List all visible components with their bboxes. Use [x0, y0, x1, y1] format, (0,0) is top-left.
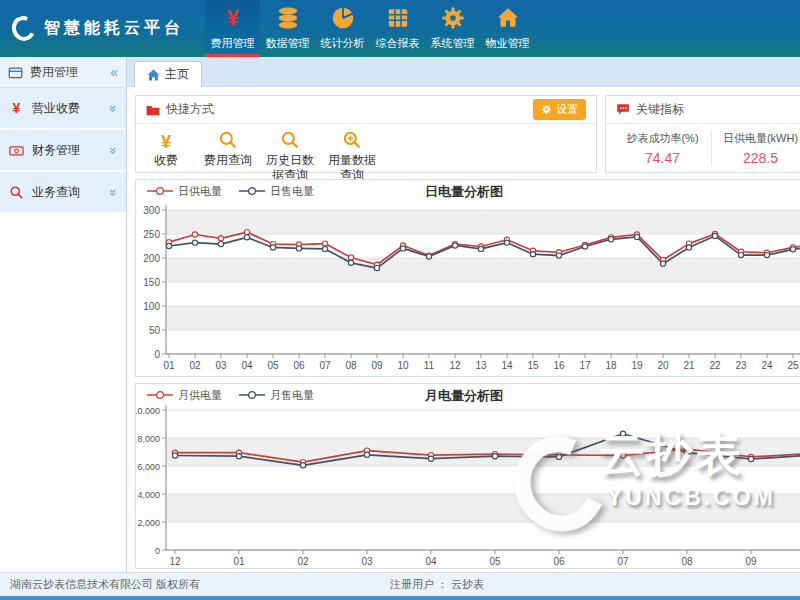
svg-text:100: 100: [143, 301, 160, 312]
svg-text:19: 19: [631, 360, 643, 371]
copyright-text: 湖南云抄表信息技术有限公司 版权所有: [10, 577, 200, 592]
svg-text:16: 16: [553, 360, 565, 371]
svg-text:07: 07: [319, 360, 331, 371]
metric-daily-supply: 日供电量(kWH) 228.5: [712, 131, 800, 166]
svg-text:8,000: 8,000: [137, 434, 160, 444]
settings-button[interactable]: 设置: [533, 99, 586, 120]
quick-item-fee-query[interactable]: 费用查询: [202, 129, 254, 183]
svg-text:13: 13: [475, 360, 487, 371]
svg-text:50: 50: [149, 325, 161, 336]
indicators-panel-header: 关键指标: [606, 96, 800, 124]
svg-text:02: 02: [189, 360, 201, 371]
svg-text:12: 12: [169, 556, 181, 567]
monthly-chart-plot: 02,0004,0006,0008,00010,0001201020304050…: [136, 402, 800, 568]
gear-icon: [440, 3, 466, 33]
svg-text:17: 17: [579, 360, 591, 371]
legend-item-daily-sale[interactable]: 日售电量: [238, 184, 314, 199]
sidebar-collapse-icon[interactable]: «: [110, 65, 118, 79]
footer-bar: 湖南云抄表信息技术有限公司 版权所有 注册用户 ： 云抄表: [0, 572, 800, 596]
gear-icon: [541, 104, 552, 115]
nav-item-property[interactable]: 物业管理: [480, 0, 535, 57]
legend-marker: [146, 390, 174, 402]
main-area: 主页 快捷方式: [127, 57, 800, 572]
folder-icon: [146, 104, 160, 116]
content-area: 快捷方式 设置: [127, 87, 800, 572]
svg-text:02: 02: [297, 556, 309, 567]
sidebar-item-business-query[interactable]: 业务查询 »: [0, 172, 126, 212]
svg-text:10,000: 10,000: [136, 406, 160, 416]
svg-text:250: 250: [143, 229, 160, 240]
svg-text:03: 03: [215, 360, 227, 371]
nav-item-data-management[interactable]: 数据管理: [260, 0, 315, 57]
svg-text:06: 06: [293, 360, 305, 371]
top-nav: ¥ 费用管理 数据管理 统计分析: [205, 0, 535, 57]
svg-text:04: 04: [425, 556, 437, 567]
sidebar: 费用管理 « ¥ 营业收费 » 财务管理 » 业务查询 »: [0, 57, 127, 572]
quick-item-history-daily-query[interactable]: 历史日数据查询: [264, 129, 316, 183]
monthly-chart-legend: 月供电量 月售电量: [146, 388, 314, 403]
card-icon: [8, 65, 23, 80]
svg-text:22: 22: [709, 360, 721, 371]
search-icon: [202, 129, 254, 151]
legend-marker: [238, 186, 266, 198]
svg-text:23: 23: [735, 360, 747, 371]
svg-text:4,000: 4,000: [137, 490, 160, 500]
svg-text:20: 20: [657, 360, 669, 371]
svg-text:12: 12: [449, 360, 461, 371]
search-plus-icon: [326, 129, 378, 151]
quick-access-panel: 快捷方式 设置: [135, 95, 597, 173]
svg-text:05: 05: [267, 360, 279, 371]
svg-text:21: 21: [683, 360, 695, 371]
daily-chart-legend: 日供电量 日售电量: [146, 184, 314, 199]
nav-item-reports[interactable]: 综合报表: [370, 0, 425, 57]
quick-item-usage-data-query[interactable]: 用量数据查询: [326, 129, 378, 183]
svg-text:07: 07: [617, 556, 629, 567]
quick-item-charging[interactable]: ¥ 收费: [140, 129, 192, 183]
svg-text:200: 200: [143, 253, 160, 264]
svg-text:18: 18: [605, 360, 617, 371]
legend-marker: [146, 186, 174, 198]
svg-text:300: 300: [143, 205, 160, 216]
svg-text:03: 03: [361, 556, 373, 567]
svg-text:08: 08: [345, 360, 357, 371]
comment-icon: [616, 103, 630, 116]
sidebar-item-business-charging[interactable]: ¥ 营业收费 »: [0, 88, 126, 128]
daily-chart-plot: 0501001502002503000102030405060708091011…: [136, 202, 800, 376]
svg-text:2,000: 2,000: [137, 518, 160, 528]
monthly-electricity-chart-panel: 月电量分析图 月供电量 月售电量 02,0004,0006,0008,00010…: [135, 383, 800, 569]
legend-item-monthly-supply[interactable]: 月供电量: [146, 388, 222, 403]
svg-text:01: 01: [233, 556, 245, 567]
nav-item-fee-management[interactable]: ¥ 费用管理: [205, 0, 260, 57]
nav-item-statistics[interactable]: 统计分析: [315, 0, 370, 57]
tab-label: 主页: [165, 66, 189, 83]
pie-chart-icon: [330, 3, 356, 33]
svg-text:09: 09: [745, 556, 757, 567]
indicators-panel-body: 抄表成功率(%) 74.47 日供电量(kWH) 228.5: [606, 124, 800, 166]
footer-accent-bar: [0, 596, 800, 600]
svg-text:04: 04: [241, 360, 253, 371]
yen-icon: ¥: [140, 129, 192, 151]
svg-text:08: 08: [681, 556, 693, 567]
legend-item-daily-supply[interactable]: 日供电量: [146, 184, 222, 199]
banknote-icon: [9, 143, 24, 158]
yen-icon: ¥: [226, 3, 238, 33]
nav-item-system[interactable]: 系统管理: [425, 0, 480, 57]
svg-text:24: 24: [761, 360, 773, 371]
legend-marker: [238, 390, 266, 402]
search-icon: [9, 185, 24, 200]
home-icon: [147, 69, 160, 81]
svg-text:6,000: 6,000: [137, 462, 160, 472]
tab-home[interactable]: 主页: [134, 61, 202, 87]
legend-item-monthly-sale[interactable]: 月售电量: [238, 388, 314, 403]
metric-read-success-rate: 抄表成功率(%) 74.47: [614, 131, 712, 166]
report-table-icon: [385, 3, 411, 33]
sidebar-item-finance[interactable]: 财务管理 »: [0, 130, 126, 170]
chevron-down-icon: »: [106, 188, 121, 195]
indicators-panel-title: 关键指标: [636, 101, 800, 118]
database-icon: [275, 3, 301, 33]
registered-user-text: 注册用户 ： 云抄表: [390, 577, 484, 592]
tab-bar: 主页: [127, 57, 800, 87]
svg-text:0: 0: [155, 546, 160, 556]
svg-text:150: 150: [143, 277, 160, 288]
chevron-down-icon: »: [106, 146, 121, 153]
